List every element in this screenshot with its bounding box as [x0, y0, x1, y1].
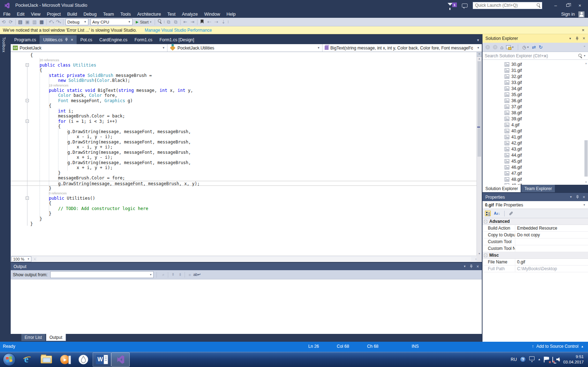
property-value[interactable] — [515, 245, 588, 252]
quick-launch-input[interactable] — [474, 2, 536, 8]
property-value[interactable] — [515, 238, 588, 245]
comment-icon[interactable]: ⧉ — [165, 19, 172, 25]
document-tab[interactable]: CardEngine.cs — [96, 35, 131, 44]
property-row[interactable]: Build ActionEmbedded Resource — [483, 225, 588, 232]
document-tab[interactable]: Program.cs — [11, 35, 40, 44]
solution-explorer-file[interactable]: 34.gif — [483, 85, 588, 91]
add-to-source-control-button[interactable]: ↑ Add to Source Control ▲ — [532, 344, 584, 349]
infobar-close-icon[interactable]: × — [582, 27, 584, 33]
scrollbar-thumb[interactable] — [584, 140, 588, 177]
vertical-scrollbar[interactable]: ÷ ▲ ▼ — [476, 52, 482, 256]
code-area[interactable]: {20 referencespublic class Utilities−{st… — [11, 52, 476, 256]
code-line[interactable]: g.DrawString(message, messageFont, messa… — [11, 140, 476, 145]
menu-view[interactable]: View — [28, 11, 44, 18]
code-line[interactable]: messageBrush.Color = back; — [11, 114, 476, 119]
code-line[interactable]: for (i = 1; i < 3; i++)− — [11, 119, 476, 124]
taskbar-app-word[interactable]: W — [93, 352, 111, 367]
scrollbar-thumb[interactable] — [478, 61, 481, 157]
zoom-dropdown[interactable]: 100 % ▼ — [11, 256, 31, 262]
menu-project[interactable]: Project — [44, 11, 64, 18]
menu-test[interactable]: Test — [164, 11, 179, 18]
code-line[interactable]: { — [11, 68, 476, 73]
redo-icon[interactable]: ↷▾ — [55, 19, 62, 25]
action-center-icon[interactable]: × — [544, 357, 549, 362]
code-line[interactable]: x + i, y - i); — [11, 155, 476, 160]
menu-analyze[interactable]: Analyze — [179, 11, 201, 18]
solution-explorer-file[interactable]: 40.gif — [483, 128, 588, 134]
solution-explorer-file[interactable]: 48.gif — [483, 176, 588, 182]
code-line[interactable]: messageBrush.Color = fore; — [11, 175, 476, 181]
alphabetical-sort-icon[interactable]: AZ↓ — [494, 211, 500, 215]
save-all-icon[interactable]: ▦ — [38, 19, 45, 25]
code-line[interactable]: // TODO: Add constructor logic here — [11, 206, 476, 211]
collapse-region-icon[interactable]: − — [26, 99, 29, 102]
uncomment-icon[interactable]: ⧉ — [172, 19, 179, 25]
tab-team-explorer[interactable]: Team Explorer — [521, 185, 555, 192]
code-line[interactable]: x - i, y + i); — [11, 145, 476, 150]
property-row[interactable]: Copy to Output IDo not copy — [483, 232, 588, 238]
pin-icon[interactable] — [470, 264, 473, 268]
document-tab[interactable]: Form1.cs [Design] — [156, 35, 197, 44]
display-tray-icon[interactable]: ▼ — [529, 356, 535, 363]
split-window-handle[interactable]: ÷ — [477, 52, 482, 57]
scroll-down-icon[interactable]: ▼ — [585, 181, 587, 183]
member-dropdown[interactable]: BigText(string message, int x, int y, Co… — [323, 44, 482, 52]
code-line[interactable]: { — [11, 103, 476, 109]
solution-explorer-file[interactable]: 43.gif — [483, 146, 588, 152]
collapse-region-icon[interactable]: − — [26, 120, 29, 123]
increase-indent-icon[interactable]: ⇥ — [189, 19, 196, 25]
scroll-up-icon[interactable]: ▲ — [477, 57, 482, 61]
undo-icon[interactable]: ↶▾ — [48, 19, 55, 25]
taskbar-app-droplet-app[interactable] — [74, 352, 93, 367]
code-line[interactable]: g.DrawString(message, messageFont, messa… — [11, 129, 476, 135]
scroll-down-icon[interactable]: ▼ — [477, 252, 482, 255]
find-message-icon[interactable]: ⌕ — [160, 272, 167, 277]
window-position-dropdown-icon[interactable]: ▼ — [569, 195, 572, 199]
solution-explorer-file[interactable]: 4.gif — [483, 122, 588, 128]
solution-configuration-dropdown[interactable]: Debug▼ — [66, 19, 88, 25]
property-row[interactable]: Custom Tool Nai — [483, 245, 588, 252]
close-icon[interactable]: × — [476, 264, 479, 269]
open-file-icon[interactable]: ▣ — [24, 19, 31, 25]
volume-icon[interactable]: ) — [556, 357, 560, 362]
toggle-bookmark-icon[interactable] — [198, 19, 206, 25]
user-avatar-icon[interactable] — [578, 11, 584, 17]
tab-output[interactable]: Output — [46, 334, 66, 341]
quick-launch-box[interactable] — [473, 2, 542, 9]
property-row[interactable]: Full PathC:\MyBooks\Desktop — [483, 266, 588, 272]
pin-icon[interactable] — [576, 37, 579, 41]
close-tab-icon[interactable]: × — [71, 37, 73, 42]
property-value[interactable]: 0.gif — [515, 259, 588, 265]
scroll-left-icon[interactable]: ‹ — [34, 257, 35, 261]
solution-explorer-file[interactable]: 38.gif — [483, 110, 588, 116]
clock[interactable]: 9:51 03.04.2017 — [563, 354, 585, 365]
taskbar-app-internet-explorer[interactable]: e — [19, 352, 37, 367]
solution-explorer-file[interactable]: 47.gif — [483, 170, 588, 176]
previous-message-icon[interactable]: ⇞ — [169, 272, 176, 277]
next-message-icon[interactable]: ⇟ — [176, 272, 184, 277]
code-line[interactable]: { — [11, 53, 476, 58]
toolbar-overflow-icon[interactable]: ” — [584, 45, 585, 49]
collapse-icon[interactable]: − — [484, 254, 487, 257]
collapse-icon[interactable]: − — [484, 220, 487, 223]
solution-explorer-file[interactable]: 33.gif — [483, 79, 588, 85]
solution-explorer-file[interactable]: 49.gif — [483, 182, 588, 185]
output-content[interactable] — [11, 279, 482, 334]
property-category[interactable]: −Advanced — [483, 218, 588, 225]
menu-build[interactable]: Build — [64, 11, 80, 18]
pin-icon[interactable] — [576, 195, 579, 199]
taskbar-app-visual-studio[interactable] — [111, 352, 130, 367]
property-pages-icon[interactable] — [509, 211, 513, 215]
code-line[interactable]: } — [11, 221, 476, 227]
restore-button[interactable] — [562, 1, 573, 9]
code-line[interactable]: public Utilities()− — [11, 196, 476, 201]
sign-in-link[interactable]: Sign in — [561, 12, 575, 17]
solution-explorer-tree[interactable]: ▲ ▼ 30.gif31.gif32.gif33.gif34.gif35.gif… — [483, 60, 588, 185]
tree-scrollbar[interactable]: ▲ ▼ — [583, 60, 588, 185]
solution-explorer-file[interactable]: 37.gif — [483, 104, 588, 110]
code-line[interactable]: { — [11, 201, 476, 206]
property-category[interactable]: −Misc — [483, 252, 588, 259]
code-line[interactable]: Font messageFont, Graphics g)− — [11, 98, 476, 104]
collapse-region-icon[interactable]: − — [26, 196, 29, 200]
output-source-dropdown[interactable]: ▼ — [50, 271, 154, 278]
